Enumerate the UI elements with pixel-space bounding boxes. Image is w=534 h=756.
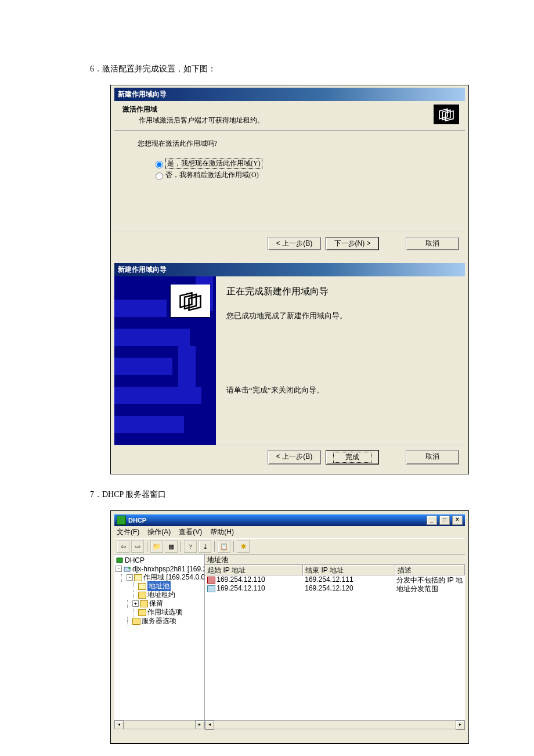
- wizard1-body: 您想现在激活此作用域吗? 是，我想现在激活此作用域(Y) 否，我将稍后激活此作用…: [114, 131, 465, 232]
- radio-yes-label: 是，我想现在激活此作用域(Y): [165, 158, 262, 169]
- step7-label: 7．DHCP 服务器窗口: [90, 489, 534, 500]
- radio-yes-input[interactable]: [156, 161, 163, 168]
- col-end[interactable]: 结束 IP 地址: [303, 565, 395, 575]
- radio-activate-yes[interactable]: 是，我想现在激活此作用域(Y): [153, 158, 459, 169]
- props-icon[interactable]: ▦: [165, 540, 178, 553]
- svg-point-2: [128, 567, 131, 569]
- col-desc[interactable]: 描述: [395, 565, 465, 575]
- radio-no-input[interactable]: [156, 172, 163, 180]
- wizard1-header: 激活作用域 作用域激活后客户端才可获得地址租约。: [114, 101, 465, 131]
- finish-button[interactable]: 完成: [326, 450, 379, 465]
- wizard2-body: 正在完成新建作用域向导 您已成功地完成了新建作用域向导。 请单击“完成”来关闭此…: [114, 276, 465, 445]
- list-row[interactable]: 169.254.12.110 169.254.12.120 地址分发范围: [205, 584, 465, 593]
- dhcp-mmc-frame: DHCP _ □ × 文件(F) 操作(A) 查看(V) 帮助(H) ⇦ ⇨ 📁…: [110, 510, 469, 744]
- help-icon[interactable]: 📋: [218, 540, 230, 553]
- wizard2-line2: 请单击“完成”来关闭此向导。: [226, 385, 457, 395]
- tree-scope-options[interactable]: 作用域选项: [116, 608, 203, 617]
- scroll-right-icon[interactable]: ▸: [195, 721, 204, 729]
- dhcp-app-icon: [117, 516, 126, 525]
- wizard-screenshots-frame: 新建作用域向导 激活作用域 作用域激活后客户端才可获得地址租约。 您想现在激活此…: [110, 85, 469, 474]
- col-start[interactable]: 起始 IP 地址: [205, 565, 303, 575]
- tree-root[interactable]: DHCP: [116, 556, 203, 564]
- scroll-right-icon[interactable]: ▸: [456, 721, 465, 730]
- minimize-button[interactable]: _: [427, 516, 437, 525]
- list-hscrollbar[interactable]: ◂ ▸: [205, 720, 465, 729]
- wizard2-sidebar-graphic: [114, 276, 216, 445]
- menu-bar: 文件(F) 操作(A) 查看(V) 帮助(H): [114, 526, 465, 538]
- status-bar: [114, 729, 465, 739]
- mmc-titlebar: DHCP _ □ ×: [114, 514, 465, 526]
- tree-lease[interactable]: 地址租约: [116, 591, 203, 599]
- step6-label: 6．激活配置并完成设置，如下图：: [90, 64, 534, 74]
- radio-no-label: 否，我将稍后激活此作用域(O): [165, 170, 259, 180]
- scroll-left-icon[interactable]: ◂: [205, 721, 214, 730]
- wizard1-window: 新建作用域向导 激活作用域 作用域激活后客户端才可获得地址租约。 您想现在激活此…: [114, 88, 465, 256]
- scope-icon: [171, 285, 210, 317]
- wizard1-header-title: 激活作用域: [122, 105, 264, 114]
- star-icon[interactable]: ✱: [237, 540, 250, 553]
- cancel-button[interactable]: 取消: [406, 237, 459, 250]
- wizard2-window: 新建作用域向导: [114, 263, 465, 470]
- wizard2-heading: 正在完成新建作用域向导: [226, 286, 457, 298]
- cancel-button[interactable]: 取消: [406, 450, 459, 465]
- close-button[interactable]: ×: [452, 516, 463, 525]
- list-row[interactable]: 169.254.12.110 169.254.12.111 分发中不包括的 IP…: [205, 575, 465, 584]
- back-button[interactable]: < 上一步(B): [268, 450, 321, 465]
- export-icon[interactable]: ⤓: [199, 540, 211, 553]
- menu-file[interactable]: 文件(F): [117, 527, 139, 537]
- list-pane[interactable]: 地址池 起始 IP 地址 结束 IP 地址 描述 169.254.12.110 …: [205, 555, 465, 729]
- wizard1-header-subtitle: 作用域激活后客户端才可获得地址租约。: [139, 116, 264, 125]
- maximize-button[interactable]: □: [439, 516, 450, 525]
- mmc-title-text: DHCP: [128, 517, 146, 524]
- tree-hscrollbar[interactable]: ◂ ▸: [114, 720, 204, 729]
- menu-view[interactable]: 查看(V): [179, 527, 202, 537]
- wizard2-buttons: < 上一步(B) 完成 取消: [114, 445, 465, 470]
- tree-server[interactable]: - djx-hnxhpsp2h81 [169.254.2: [116, 564, 203, 573]
- tree-server-options[interactable]: 服务器选项: [116, 617, 203, 625]
- next-button[interactable]: 下一步(N) >: [326, 237, 379, 250]
- toolbar: ⇦ ⇨ 📁 ▦ ? ⤓ 📋 ✱: [114, 538, 465, 555]
- svg-rect-0: [117, 558, 122, 563]
- wizard2-line1: 您已成功地完成了新建作用域向导。: [226, 311, 457, 321]
- tree-scope[interactable]: - 作用域 [169.254.0.0] te: [116, 573, 203, 582]
- wizard1-question: 您想现在激活此作用域吗?: [138, 139, 459, 149]
- radio-activate-no[interactable]: 否，我将稍后激活此作用域(O): [153, 170, 459, 180]
- tree-pane[interactable]: DHCP - djx-hnxhpsp2h81 [169.254.2 - 作用域 …: [114, 555, 205, 729]
- wizard2-titlebar: 新建作用域向导: [114, 263, 465, 276]
- list-caption: 地址池: [205, 555, 465, 565]
- wizard1-buttons: < 上一步(B) 下一步(N) > 取消: [114, 232, 465, 256]
- tree-reserve[interactable]: + 保留: [116, 599, 203, 608]
- mmc-body: DHCP - djx-hnxhpsp2h81 [169.254.2 - 作用域 …: [114, 555, 465, 729]
- up-icon[interactable]: 📁: [150, 540, 163, 553]
- back-button[interactable]: < 上一步(B): [268, 237, 321, 250]
- scroll-left-icon[interactable]: ◂: [114, 721, 124, 729]
- scope-icon: [434, 105, 459, 124]
- refresh-icon[interactable]: ?: [184, 540, 197, 553]
- wizard1-titlebar: 新建作用域向导: [114, 88, 465, 101]
- menu-action[interactable]: 操作(A): [147, 527, 171, 537]
- exclusion-icon: [207, 577, 215, 584]
- range-icon: [207, 585, 215, 592]
- nav-fwd-icon[interactable]: ⇨: [131, 540, 144, 553]
- nav-back-icon[interactable]: ⇦: [117, 540, 129, 553]
- menu-help[interactable]: 帮助(H): [210, 527, 234, 537]
- tree-pool[interactable]: 地址池: [116, 582, 203, 591]
- list-columns: 起始 IP 地址 结束 IP 地址 描述: [205, 565, 465, 575]
